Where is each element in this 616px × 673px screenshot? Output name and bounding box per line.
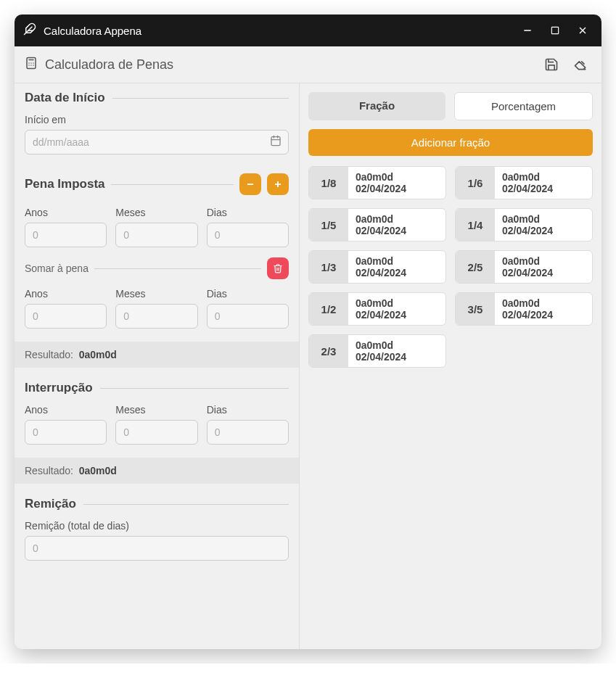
start-date-input[interactable]: [25, 130, 289, 154]
divider: [94, 268, 261, 269]
fraction-card[interactable]: 3/50a0m0d02/04/2024: [455, 292, 593, 326]
somar-meses-input[interactable]: [115, 304, 197, 329]
pena-anos-input[interactable]: [25, 223, 107, 247]
start-heading: Data de Início: [25, 91, 105, 105]
pena-dias-label: Dias: [207, 207, 289, 218]
save-button[interactable]: [541, 54, 562, 75]
fraction-label: 1/4: [456, 209, 495, 241]
fraction-card[interactable]: 2/30a0m0d02/04/2024: [308, 334, 446, 368]
somar-result-label: Resultado:: [25, 349, 73, 360]
remicao-label: Remição (total de dias): [25, 520, 289, 532]
section-interrupcao: Interrupção Anos Meses Dias: [15, 368, 299, 447]
fraction-info: 0a0m0d02/04/2024: [495, 209, 592, 241]
fraction-label: 1/2: [309, 293, 348, 325]
fraction-label: 2/5: [456, 251, 495, 283]
somar-fields: Anos Meses Dias: [15, 279, 299, 331]
svg-rect-3: [551, 27, 558, 33]
pena-dias-input[interactable]: [207, 223, 289, 247]
somar-result: Resultado: 0a0m0d: [15, 342, 299, 368]
fraction-date: 02/04/2024: [356, 351, 438, 363]
window-title: Calculadora Appena: [44, 25, 510, 37]
fraction-date: 02/04/2024: [356, 309, 438, 321]
somar-anos-label: Anos: [25, 288, 107, 300]
section-pena: Pena Imposta Anos Meses: [15, 157, 299, 250]
fraction-date: 02/04/2024: [502, 225, 585, 236]
remicao-input[interactable]: [25, 536, 289, 561]
close-button[interactable]: [572, 20, 593, 41]
fraction-info: 0a0m0d02/04/2024: [348, 251, 445, 283]
erase-button[interactable]: [570, 54, 591, 75]
fraction-date: 02/04/2024: [502, 183, 585, 194]
fraction-label: 1/5: [309, 209, 348, 241]
interrupcao-result: Resultado: 0a0m0d: [15, 458, 299, 484]
interrupcao-dias-label: Dias: [207, 404, 289, 416]
fraction-value: 0a0m0d: [502, 171, 585, 183]
fraction-info: 0a0m0d02/04/2024: [495, 251, 592, 283]
delete-somar-button[interactable]: [267, 257, 289, 279]
interrupcao-anos-input[interactable]: [25, 420, 107, 445]
somar-anos-input[interactable]: [25, 304, 107, 329]
tab-porcentagem[interactable]: Porcentagem: [454, 92, 593, 120]
fraction-value: 0a0m0d: [356, 213, 438, 225]
fraction-value: 0a0m0d: [356, 297, 438, 309]
titlebar: Calculadora Appena: [15, 15, 601, 46]
start-label: Início em: [25, 114, 289, 125]
somar-dias-label: Dias: [207, 288, 289, 300]
maximize-button[interactable]: [545, 20, 565, 41]
fraction-value: 0a0m0d: [356, 255, 438, 267]
fraction-info: 0a0m0d02/04/2024: [348, 335, 445, 367]
interrupcao-dias-input[interactable]: [207, 420, 289, 445]
fraction-value: 0a0m0d: [502, 255, 585, 267]
minimize-button[interactable]: [517, 20, 538, 41]
start-date-wrap: [25, 130, 289, 154]
divider: [100, 388, 289, 389]
fraction-label: 3/5: [456, 293, 495, 325]
pena-meses-input[interactable]: [115, 223, 197, 247]
fraction-label: 1/3: [309, 251, 348, 283]
somar-header: Somar à pena: [15, 250, 299, 279]
section-remicao: Remição Remição (total de dias): [15, 484, 299, 563]
interrupcao-meses-label: Meses: [115, 404, 197, 416]
fraction-info: 0a0m0d02/04/2024: [348, 293, 445, 325]
fraction-info: 0a0m0d02/04/2024: [495, 167, 592, 199]
remicao-heading: Remição: [25, 497, 76, 511]
fraction-card[interactable]: 1/40a0m0d02/04/2024: [455, 208, 593, 241]
somar-result-value: 0a0m0d: [79, 349, 117, 360]
divider: [111, 184, 234, 185]
fraction-date: 02/04/2024: [356, 225, 438, 236]
fraction-card[interactable]: 1/50a0m0d02/04/2024: [308, 208, 446, 241]
fraction-label: 1/8: [309, 167, 348, 199]
section-start-date: Data de Início Início em: [15, 83, 299, 157]
somar-meses-label: Meses: [115, 288, 197, 300]
fraction-card[interactable]: 1/30a0m0d02/04/2024: [308, 250, 446, 284]
fraction-card[interactable]: 1/60a0m0d02/04/2024: [455, 166, 593, 199]
fraction-date: 02/04/2024: [502, 309, 585, 321]
remove-pena-button[interactable]: [239, 173, 261, 195]
tabs: Fração Porcentagem: [308, 92, 593, 120]
fraction-value: 0a0m0d: [502, 297, 585, 309]
pena-anos-label: Anos: [25, 207, 107, 218]
tab-fracao[interactable]: Fração: [308, 92, 445, 120]
interrupcao-result-label: Resultado:: [25, 465, 73, 476]
fraction-info: 0a0m0d02/04/2024: [495, 293, 592, 325]
left-panel: Data de Início Início em Pena Imposta: [15, 83, 300, 649]
fraction-value: 0a0m0d: [356, 339, 438, 351]
fraction-info: 0a0m0d02/04/2024: [348, 209, 445, 241]
fraction-label: 2/3: [309, 335, 348, 367]
somar-dias-input[interactable]: [207, 304, 289, 329]
fraction-grid: 1/80a0m0d02/04/20241/60a0m0d02/04/20241/…: [308, 166, 593, 368]
fraction-date: 02/04/2024: [356, 183, 438, 194]
subheader: Calculadora de Penas: [15, 46, 601, 83]
content: Data de Início Início em Pena Imposta: [15, 83, 601, 649]
fraction-value: 0a0m0d: [502, 213, 585, 225]
fraction-card[interactable]: 1/80a0m0d02/04/2024: [308, 166, 446, 199]
interrupcao-result-value: 0a0m0d: [79, 465, 117, 476]
fraction-date: 02/04/2024: [502, 267, 585, 278]
add-pena-button[interactable]: [267, 173, 289, 195]
interrupcao-meses-input[interactable]: [115, 420, 197, 445]
pena-meses-label: Meses: [115, 207, 197, 218]
add-fraction-button[interactable]: Adicionar fração: [308, 129, 593, 156]
divider: [83, 504, 289, 505]
fraction-card[interactable]: 1/20a0m0d02/04/2024: [308, 292, 446, 326]
fraction-card[interactable]: 2/50a0m0d02/04/2024: [455, 250, 593, 284]
